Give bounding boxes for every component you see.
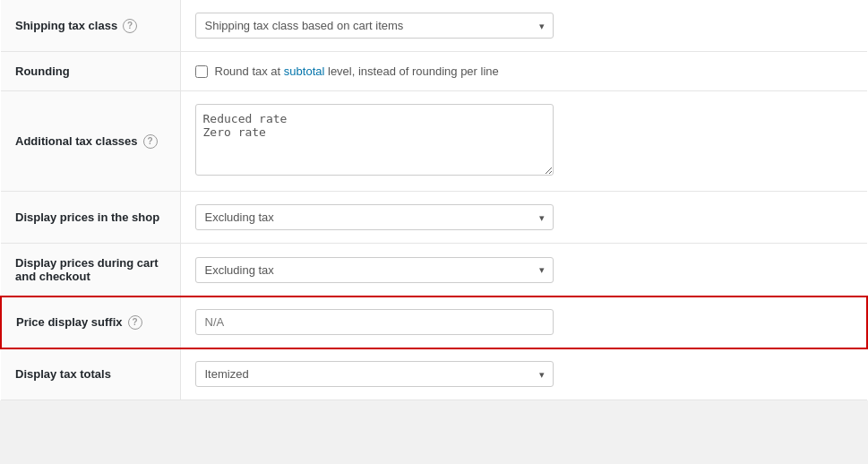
rounding-checkbox-label[interactable]: Round tax at subtotal level, instead of … [195, 64, 854, 78]
label-shipping-tax-class: Shipping tax class ? [1, 0, 180, 52]
display-tax-totals-control: Itemized As a single total ▾ [180, 348, 867, 400]
label-additional-tax-classes: Additional tax classes ? [1, 91, 180, 192]
rounding-checkbox[interactable] [195, 65, 208, 78]
row-additional-tax-classes: Additional tax classes ? Reduced rate Ze… [1, 91, 867, 192]
display-tax-totals-select[interactable]: Itemized As a single total [195, 361, 554, 387]
row-shipping-tax-class: Shipping tax class ? Shipping tax class … [1, 0, 867, 52]
display-prices-shop-select-wrapper: Excluding tax Including tax ▾ [195, 204, 554, 230]
label-price-display-suffix: Price display suffix ? [1, 296, 180, 348]
display-tax-totals-select-wrapper: Itemized As a single total ▾ [195, 361, 554, 387]
price-display-suffix-help-icon[interactable]: ? [128, 315, 142, 330]
shipping-tax-class-label: Shipping tax class [15, 19, 117, 32]
row-display-prices-cart: Display prices during cart and checkout … [1, 244, 867, 296]
label-display-prices-cart: Display prices during cart and checkout [1, 244, 180, 296]
additional-tax-classes-textarea[interactable]: Reduced rate Zero rate [195, 104, 554, 176]
display-prices-cart-label: Display prices during cart and checkout [15, 256, 159, 283]
shipping-tax-class-control: Shipping tax class based on cart items S… [180, 0, 867, 52]
additional-tax-classes-control: Reduced rate Zero rate [180, 91, 867, 192]
row-rounding: Rounding Round tax at subtotal level, in… [1, 52, 867, 91]
shipping-tax-class-select[interactable]: Shipping tax class based on cart items S… [195, 13, 554, 39]
additional-tax-classes-label: Additional tax classes [15, 134, 138, 148]
price-display-suffix-label: Price display suffix [16, 315, 123, 329]
display-prices-cart-control: Excluding tax Including tax ▾ [180, 244, 867, 296]
display-prices-cart-select-wrapper: Excluding tax Including tax ▾ [195, 257, 554, 283]
price-display-suffix-input[interactable] [195, 309, 554, 335]
display-prices-shop-label: Display prices in the shop [15, 211, 159, 224]
subtotal-link[interactable]: subtotal [284, 64, 325, 78]
row-price-display-suffix: Price display suffix ? [1, 296, 867, 348]
shipping-tax-class-help-icon[interactable]: ? [123, 19, 137, 33]
shipping-tax-class-select-wrapper: Shipping tax class based on cart items S… [195, 13, 554, 39]
rounding-control: Round tax at subtotal level, instead of … [180, 52, 867, 91]
label-rounding: Rounding [1, 52, 180, 91]
display-tax-totals-label: Display tax totals [15, 367, 111, 381]
display-prices-shop-select[interactable]: Excluding tax Including tax [195, 204, 554, 230]
display-prices-cart-select[interactable]: Excluding tax Including tax [195, 257, 554, 283]
display-prices-shop-control: Excluding tax Including tax ▾ [180, 192, 867, 244]
rounding-checkbox-text: Round tax at subtotal level, instead of … [215, 64, 499, 78]
row-display-tax-totals: Display tax totals Itemized As a single … [1, 348, 867, 400]
rounding-label: Rounding [15, 64, 70, 78]
label-display-tax-totals: Display tax totals [1, 348, 180, 400]
label-display-prices-shop: Display prices in the shop [1, 192, 180, 244]
additional-tax-classes-help-icon[interactable]: ? [143, 134, 158, 149]
price-display-suffix-control [180, 296, 867, 348]
row-display-prices-shop: Display prices in the shop Excluding tax… [1, 192, 867, 244]
settings-table: Shipping tax class ? Shipping tax class … [0, 0, 868, 400]
